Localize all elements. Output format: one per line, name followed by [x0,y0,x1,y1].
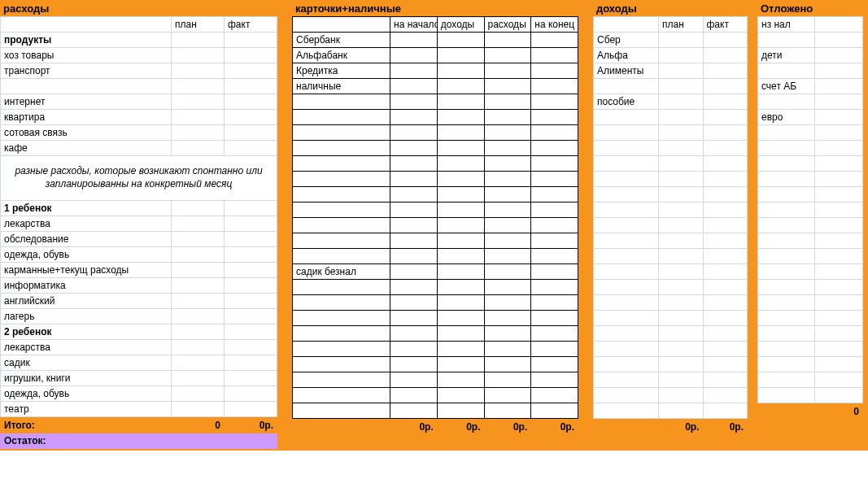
savings-row[interactable] [758,141,863,156]
card-row[interactable] [293,280,578,295]
income-plan-cell[interactable] [659,342,704,357]
card-cell[interactable] [437,357,484,372]
expense-plan-cell[interactable] [172,201,225,216]
income-fact-cell[interactable] [703,218,748,233]
savings-row[interactable]: дети [758,48,863,63]
card-row[interactable] [293,357,578,372]
savings-row[interactable] [758,280,863,295]
savings-row[interactable] [758,357,863,372]
card-cell[interactable] [531,141,578,156]
expense-row[interactable]: лекарства [1,340,277,355]
card-row[interactable]: Кредитка [293,63,578,79]
expense-fact-cell[interactable] [225,216,277,232]
income-row[interactable] [594,388,748,403]
card-row[interactable] [293,110,578,125]
expense-fact-cell[interactable] [225,48,277,63]
card-cell[interactable] [484,218,531,233]
savings-row[interactable] [758,156,863,172]
card-cell[interactable] [484,172,531,187]
card-cell[interactable] [437,249,484,264]
expense-row[interactable]: информатика [1,278,277,294]
expense-fact-cell[interactable] [225,201,277,216]
expense-fact-cell[interactable] [225,125,277,141]
income-plan-cell[interactable] [659,172,704,187]
income-plan-cell[interactable] [659,372,704,388]
card-cell[interactable] [437,264,484,280]
card-cell[interactable] [484,388,531,403]
savings-value-cell[interactable] [815,110,863,125]
expense-fact-cell[interactable] [225,33,277,48]
card-cell[interactable] [484,141,531,156]
expense-fact-cell[interactable] [225,247,277,263]
card-cell[interactable] [390,94,438,110]
income-row[interactable] [594,403,748,419]
income-fact-cell[interactable] [703,233,748,249]
card-row[interactable] [293,218,578,233]
expense-fact-cell[interactable] [225,402,277,417]
card-cell[interactable] [531,48,578,63]
savings-value-cell[interactable] [815,141,863,156]
income-row[interactable] [594,79,748,94]
card-cell[interactable] [390,342,438,357]
card-cell[interactable] [437,48,484,63]
savings-row[interactable] [758,311,863,326]
card-cell[interactable] [437,141,484,156]
card-cell[interactable] [531,295,578,311]
income-row[interactable] [594,295,748,311]
expense-row[interactable]: 2 ребенок [1,324,277,340]
income-fact-cell[interactable] [703,295,748,311]
income-row[interactable] [594,218,748,233]
savings-value-cell[interactable] [815,357,863,372]
card-cell[interactable] [531,202,578,218]
income-row[interactable]: Альфа [594,48,748,63]
card-cell[interactable] [531,110,578,125]
income-fact-cell[interactable] [703,125,748,141]
card-cell[interactable] [531,372,578,388]
expense-plan-cell[interactable] [172,79,225,94]
savings-value-cell[interactable] [815,249,863,264]
card-cell[interactable] [484,264,531,280]
card-cell[interactable] [437,33,484,48]
card-cell[interactable] [484,79,531,94]
card-cell[interactable] [437,125,484,141]
income-fact-cell[interactable] [703,141,748,156]
expense-fact-cell[interactable] [225,355,277,371]
income-plan-cell[interactable] [659,295,704,311]
expense-plan-cell[interactable] [172,355,225,371]
card-row[interactable] [293,202,578,218]
income-plan-cell[interactable] [659,141,704,156]
savings-value-cell[interactable] [815,264,863,280]
expense-row[interactable]: лекарства [1,216,277,232]
savings-value-cell[interactable] [815,233,863,249]
income-plan-cell[interactable] [659,79,704,94]
income-row[interactable] [594,357,748,372]
expense-fact-cell[interactable] [225,386,277,402]
income-row[interactable]: Сбер [594,33,748,48]
income-plan-cell[interactable] [659,110,704,125]
card-cell[interactable] [437,172,484,187]
expense-plan-cell[interactable] [172,94,225,110]
savings-row[interactable] [758,326,863,342]
income-row[interactable] [594,372,748,388]
expenses-table[interactable]: план факт продуктыхоз товарытранспортинт… [0,16,277,417]
card-cell[interactable] [390,79,438,94]
income-plan-cell[interactable] [659,357,704,372]
expense-plan-cell[interactable] [172,309,225,324]
card-cell[interactable] [531,94,578,110]
expense-row[interactable]: одежда, обувь [1,386,277,402]
savings-value-cell[interactable] [815,326,863,342]
income-plan-cell[interactable] [659,218,704,233]
income-row[interactable]: Алименты [594,63,748,79]
card-cell[interactable] [390,48,438,63]
income-fact-cell[interactable] [703,94,748,110]
expense-plan-cell[interactable] [172,294,225,309]
income-fact-cell[interactable] [703,156,748,172]
income-plan-cell[interactable] [659,33,704,48]
card-cell[interactable] [390,264,438,280]
income-plan-cell[interactable] [659,326,704,342]
card-cell[interactable] [390,141,438,156]
card-cell[interactable] [484,249,531,264]
expense-plan-cell[interactable] [172,340,225,355]
card-row[interactable] [293,172,578,187]
income-row[interactable] [594,280,748,295]
